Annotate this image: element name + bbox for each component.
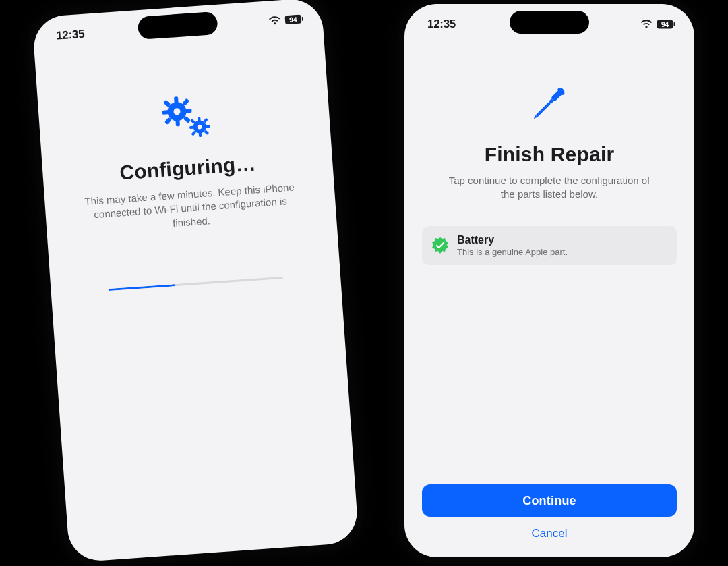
- svg-rect-7: [162, 110, 169, 115]
- status-indicators: 94: [268, 14, 304, 26]
- svg-rect-29: [535, 102, 551, 117]
- status-time: 12:35: [56, 28, 85, 43]
- svg-rect-6: [175, 119, 180, 126]
- svg-text:94: 94: [289, 16, 297, 24]
- configuring-title: Configuring…: [119, 152, 256, 184]
- progress-fill: [109, 284, 175, 291]
- svg-rect-18: [205, 125, 210, 128]
- finish-repair-content: Finish Repair Tap continue to complete t…: [404, 40, 694, 557]
- svg-text:94: 94: [661, 21, 669, 28]
- svg-rect-15: [198, 117, 201, 121]
- status-indicators: 94: [640, 20, 675, 29]
- wifi-icon: [268, 16, 281, 26]
- svg-rect-1: [302, 17, 303, 21]
- finish-repair-subtitle: Tap continue to complete the configurati…: [442, 174, 657, 202]
- svg-rect-8: [185, 109, 191, 113]
- phone-configuring: 12:35 94: [32, 0, 359, 563]
- battery-icon: 94: [284, 14, 304, 25]
- dynamic-island: [138, 11, 218, 40]
- battery-icon: 94: [657, 20, 675, 29]
- progress-bar: [109, 277, 284, 291]
- phone-finish-repair: 12:35 94: [404, 4, 694, 557]
- gears-icon: [152, 90, 216, 146]
- finish-repair-title: Finish Repair: [485, 143, 615, 166]
- dynamic-island: [510, 11, 589, 34]
- svg-rect-5: [174, 96, 179, 103]
- configuring-content: Configuring… This may take a few minutes…: [34, 34, 359, 563]
- cancel-button[interactable]: Cancel: [528, 526, 572, 541]
- svg-rect-24: [674, 22, 675, 26]
- status-time: 12:35: [427, 18, 456, 31]
- configuring-subtitle: This may take a few minutes. Keep this i…: [82, 180, 299, 236]
- screwdriver-icon: [526, 80, 573, 130]
- part-name: Battery: [457, 234, 568, 246]
- wifi-icon: [640, 20, 653, 29]
- status-bar: 12:35 94: [404, 8, 694, 40]
- part-text: Battery This is a genuine Apple part.: [457, 234, 568, 257]
- svg-rect-16: [199, 132, 202, 137]
- verified-checkmark-icon: [431, 237, 449, 254]
- svg-rect-17: [189, 126, 194, 130]
- part-detail: This is a genuine Apple part.: [457, 247, 568, 257]
- part-card-battery: Battery This is a genuine Apple part.: [422, 226, 677, 265]
- continue-button[interactable]: Continue: [422, 484, 677, 517]
